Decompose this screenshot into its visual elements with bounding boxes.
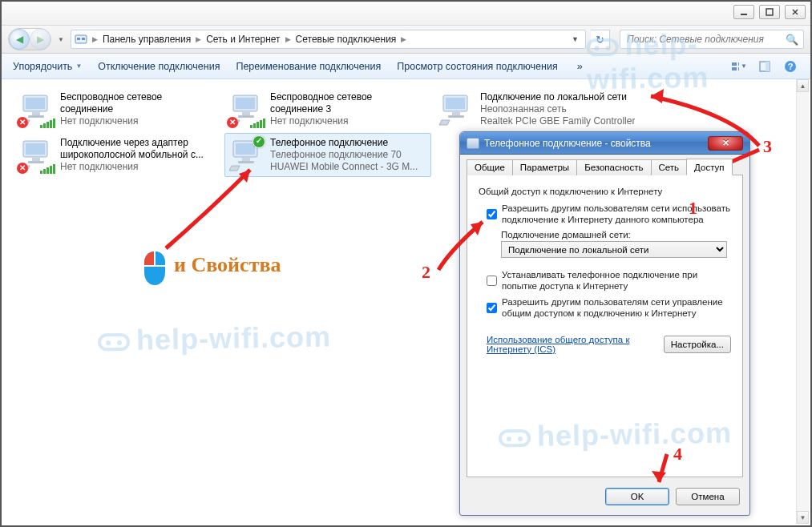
tab-options[interactable]: Параметры bbox=[512, 159, 577, 175]
annotation-arrow-4 bbox=[2, 2, 812, 527]
annotation-number-4: 4 bbox=[673, 444, 682, 465]
tab-general[interactable]: Общие bbox=[467, 159, 513, 175]
tab-security[interactable]: Безопасность bbox=[576, 159, 651, 175]
tab-sharing[interactable]: Доступ bbox=[686, 159, 732, 175]
svg-marker-39 bbox=[652, 471, 666, 482]
dialog-tabs: Общие Параметры Безопасность Сеть Доступ bbox=[467, 159, 743, 175]
tab-network[interactable]: Сеть bbox=[651, 159, 688, 175]
